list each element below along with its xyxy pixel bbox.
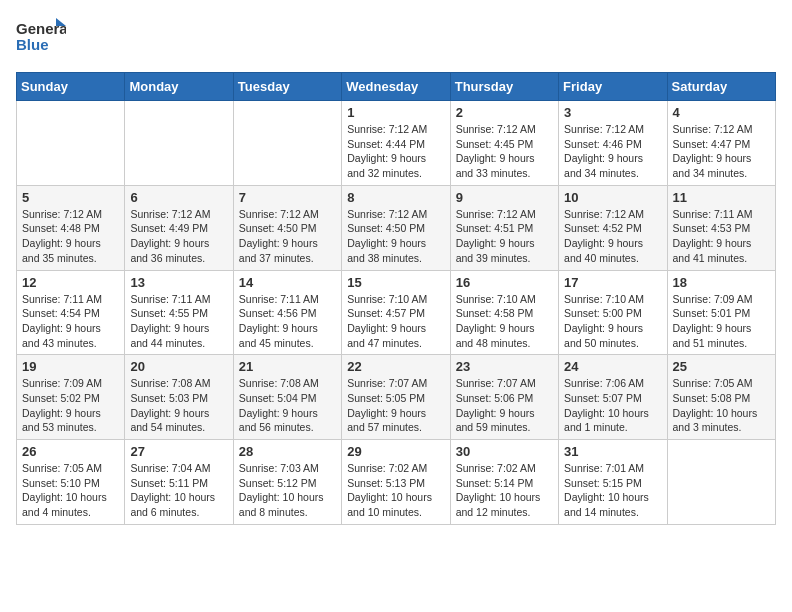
day-number: 1 <box>347 105 444 120</box>
calendar-cell: 29Sunrise: 7:02 AM Sunset: 5:13 PM Dayli… <box>342 440 450 525</box>
day-info: Sunrise: 7:10 AM Sunset: 4:57 PM Dayligh… <box>347 292 444 351</box>
calendar-cell: 5Sunrise: 7:12 AM Sunset: 4:48 PM Daylig… <box>17 185 125 270</box>
day-info: Sunrise: 7:08 AM Sunset: 5:03 PM Dayligh… <box>130 376 227 435</box>
calendar-cell: 13Sunrise: 7:11 AM Sunset: 4:55 PM Dayli… <box>125 270 233 355</box>
calendar-cell: 9Sunrise: 7:12 AM Sunset: 4:51 PM Daylig… <box>450 185 558 270</box>
day-info: Sunrise: 7:11 AM Sunset: 4:56 PM Dayligh… <box>239 292 336 351</box>
day-info: Sunrise: 7:09 AM Sunset: 5:02 PM Dayligh… <box>22 376 119 435</box>
day-number: 29 <box>347 444 444 459</box>
calendar-cell: 17Sunrise: 7:10 AM Sunset: 5:00 PM Dayli… <box>559 270 667 355</box>
logo-svg: GeneralBlue <box>16 16 66 60</box>
calendar-cell <box>17 101 125 186</box>
logo: GeneralBlue <box>16 16 66 60</box>
calendar-week-row: 26Sunrise: 7:05 AM Sunset: 5:10 PM Dayli… <box>17 440 776 525</box>
calendar-cell <box>125 101 233 186</box>
day-number: 4 <box>673 105 770 120</box>
calendar-cell: 25Sunrise: 7:05 AM Sunset: 5:08 PM Dayli… <box>667 355 775 440</box>
day-number: 8 <box>347 190 444 205</box>
day-info: Sunrise: 7:12 AM Sunset: 4:47 PM Dayligh… <box>673 122 770 181</box>
day-of-week-header: Friday <box>559 73 667 101</box>
day-of-week-header: Saturday <box>667 73 775 101</box>
calendar-cell: 12Sunrise: 7:11 AM Sunset: 4:54 PM Dayli… <box>17 270 125 355</box>
day-info: Sunrise: 7:12 AM Sunset: 4:50 PM Dayligh… <box>239 207 336 266</box>
calendar-cell: 18Sunrise: 7:09 AM Sunset: 5:01 PM Dayli… <box>667 270 775 355</box>
calendar-cell: 2Sunrise: 7:12 AM Sunset: 4:45 PM Daylig… <box>450 101 558 186</box>
calendar-header-row: SundayMondayTuesdayWednesdayThursdayFrid… <box>17 73 776 101</box>
calendar-cell: 24Sunrise: 7:06 AM Sunset: 5:07 PM Dayli… <box>559 355 667 440</box>
day-info: Sunrise: 7:04 AM Sunset: 5:11 PM Dayligh… <box>130 461 227 520</box>
calendar-cell: 20Sunrise: 7:08 AM Sunset: 5:03 PM Dayli… <box>125 355 233 440</box>
day-number: 2 <box>456 105 553 120</box>
day-number: 20 <box>130 359 227 374</box>
calendar-cell: 23Sunrise: 7:07 AM Sunset: 5:06 PM Dayli… <box>450 355 558 440</box>
day-info: Sunrise: 7:02 AM Sunset: 5:13 PM Dayligh… <box>347 461 444 520</box>
day-number: 30 <box>456 444 553 459</box>
svg-text:Blue: Blue <box>16 36 49 53</box>
day-number: 21 <box>239 359 336 374</box>
calendar-week-row: 12Sunrise: 7:11 AM Sunset: 4:54 PM Dayli… <box>17 270 776 355</box>
day-of-week-header: Sunday <box>17 73 125 101</box>
calendar-week-row: 1Sunrise: 7:12 AM Sunset: 4:44 PM Daylig… <box>17 101 776 186</box>
day-info: Sunrise: 7:12 AM Sunset: 4:49 PM Dayligh… <box>130 207 227 266</box>
day-info: Sunrise: 7:08 AM Sunset: 5:04 PM Dayligh… <box>239 376 336 435</box>
page-header: GeneralBlue <box>16 16 776 60</box>
day-info: Sunrise: 7:05 AM Sunset: 5:10 PM Dayligh… <box>22 461 119 520</box>
day-number: 7 <box>239 190 336 205</box>
day-info: Sunrise: 7:11 AM Sunset: 4:54 PM Dayligh… <box>22 292 119 351</box>
day-info: Sunrise: 7:01 AM Sunset: 5:15 PM Dayligh… <box>564 461 661 520</box>
calendar-cell: 1Sunrise: 7:12 AM Sunset: 4:44 PM Daylig… <box>342 101 450 186</box>
day-number: 26 <box>22 444 119 459</box>
day-info: Sunrise: 7:12 AM Sunset: 4:44 PM Dayligh… <box>347 122 444 181</box>
day-info: Sunrise: 7:12 AM Sunset: 4:45 PM Dayligh… <box>456 122 553 181</box>
day-info: Sunrise: 7:07 AM Sunset: 5:06 PM Dayligh… <box>456 376 553 435</box>
day-number: 24 <box>564 359 661 374</box>
day-number: 15 <box>347 275 444 290</box>
calendar-cell: 7Sunrise: 7:12 AM Sunset: 4:50 PM Daylig… <box>233 185 341 270</box>
day-info: Sunrise: 7:11 AM Sunset: 4:55 PM Dayligh… <box>130 292 227 351</box>
day-of-week-header: Wednesday <box>342 73 450 101</box>
calendar-cell: 8Sunrise: 7:12 AM Sunset: 4:50 PM Daylig… <box>342 185 450 270</box>
calendar-cell: 30Sunrise: 7:02 AM Sunset: 5:14 PM Dayli… <box>450 440 558 525</box>
day-number: 13 <box>130 275 227 290</box>
day-info: Sunrise: 7:12 AM Sunset: 4:48 PM Dayligh… <box>22 207 119 266</box>
day-info: Sunrise: 7:12 AM Sunset: 4:50 PM Dayligh… <box>347 207 444 266</box>
calendar-cell <box>667 440 775 525</box>
day-of-week-header: Monday <box>125 73 233 101</box>
calendar-cell: 27Sunrise: 7:04 AM Sunset: 5:11 PM Dayli… <box>125 440 233 525</box>
day-info: Sunrise: 7:06 AM Sunset: 5:07 PM Dayligh… <box>564 376 661 435</box>
calendar-cell: 3Sunrise: 7:12 AM Sunset: 4:46 PM Daylig… <box>559 101 667 186</box>
calendar-cell: 4Sunrise: 7:12 AM Sunset: 4:47 PM Daylig… <box>667 101 775 186</box>
day-info: Sunrise: 7:07 AM Sunset: 5:05 PM Dayligh… <box>347 376 444 435</box>
calendar-cell: 11Sunrise: 7:11 AM Sunset: 4:53 PM Dayli… <box>667 185 775 270</box>
day-number: 23 <box>456 359 553 374</box>
day-number: 3 <box>564 105 661 120</box>
day-number: 31 <box>564 444 661 459</box>
day-info: Sunrise: 7:11 AM Sunset: 4:53 PM Dayligh… <box>673 207 770 266</box>
day-number: 27 <box>130 444 227 459</box>
day-number: 19 <box>22 359 119 374</box>
day-number: 9 <box>456 190 553 205</box>
calendar-cell: 21Sunrise: 7:08 AM Sunset: 5:04 PM Dayli… <box>233 355 341 440</box>
calendar-table: SundayMondayTuesdayWednesdayThursdayFrid… <box>16 72 776 525</box>
day-number: 25 <box>673 359 770 374</box>
day-info: Sunrise: 7:09 AM Sunset: 5:01 PM Dayligh… <box>673 292 770 351</box>
day-number: 17 <box>564 275 661 290</box>
day-info: Sunrise: 7:12 AM Sunset: 4:46 PM Dayligh… <box>564 122 661 181</box>
day-number: 22 <box>347 359 444 374</box>
day-number: 28 <box>239 444 336 459</box>
calendar-cell: 15Sunrise: 7:10 AM Sunset: 4:57 PM Dayli… <box>342 270 450 355</box>
day-of-week-header: Thursday <box>450 73 558 101</box>
day-info: Sunrise: 7:10 AM Sunset: 5:00 PM Dayligh… <box>564 292 661 351</box>
calendar-cell: 26Sunrise: 7:05 AM Sunset: 5:10 PM Dayli… <box>17 440 125 525</box>
day-number: 16 <box>456 275 553 290</box>
calendar-cell: 14Sunrise: 7:11 AM Sunset: 4:56 PM Dayli… <box>233 270 341 355</box>
calendar-cell: 6Sunrise: 7:12 AM Sunset: 4:49 PM Daylig… <box>125 185 233 270</box>
day-info: Sunrise: 7:03 AM Sunset: 5:12 PM Dayligh… <box>239 461 336 520</box>
day-number: 11 <box>673 190 770 205</box>
calendar-cell: 19Sunrise: 7:09 AM Sunset: 5:02 PM Dayli… <box>17 355 125 440</box>
day-number: 10 <box>564 190 661 205</box>
calendar-cell: 10Sunrise: 7:12 AM Sunset: 4:52 PM Dayli… <box>559 185 667 270</box>
day-info: Sunrise: 7:12 AM Sunset: 4:51 PM Dayligh… <box>456 207 553 266</box>
day-number: 12 <box>22 275 119 290</box>
calendar-cell: 22Sunrise: 7:07 AM Sunset: 5:05 PM Dayli… <box>342 355 450 440</box>
